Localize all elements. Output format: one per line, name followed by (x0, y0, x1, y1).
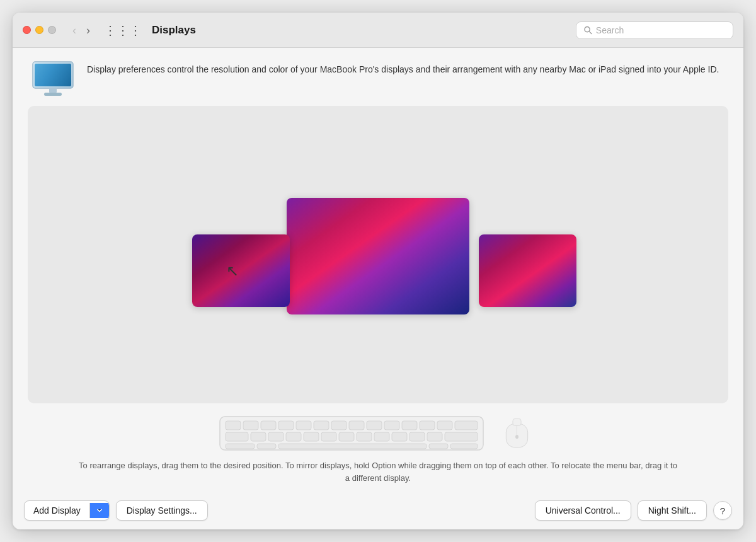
main-screen (287, 198, 469, 314)
svg-rect-21 (226, 432, 248, 441)
night-shift-button[interactable]: Night Shift... (638, 500, 707, 521)
add-display-group: Add Display (24, 500, 110, 521)
svg-rect-11 (296, 421, 311, 430)
svg-rect-17 (402, 421, 417, 430)
svg-line-1 (589, 31, 592, 33)
svg-rect-31 (410, 432, 425, 441)
displays-container: iPad Pro ↖ (170, 166, 586, 343)
svg-rect-12 (314, 421, 329, 430)
search-box (576, 21, 733, 39)
svg-rect-22 (251, 432, 266, 441)
svg-rect-8 (243, 421, 258, 430)
svg-rect-19 (437, 421, 452, 430)
help-button[interactable]: ? (713, 501, 732, 520)
mouse-icon (496, 418, 537, 449)
svg-rect-4 (49, 88, 57, 93)
svg-rect-15 (367, 421, 382, 430)
ipad-display[interactable]: iPad Pro ↖ (192, 234, 290, 307)
universal-control-button[interactable]: Universal Control... (535, 500, 631, 521)
display-icon (30, 61, 76, 97)
svg-rect-28 (357, 432, 372, 441)
svg-rect-16 (384, 421, 399, 430)
minimize-button[interactable] (35, 26, 43, 34)
svg-rect-32 (427, 432, 442, 441)
svg-rect-41 (512, 418, 520, 425)
content-area: Display preferences control the resoluti… (13, 48, 743, 494)
svg-rect-37 (429, 444, 448, 449)
ipad-screen (192, 234, 290, 307)
search-icon (584, 26, 592, 35)
display-settings-button[interactable]: Display Settings... (116, 500, 208, 521)
svg-rect-23 (268, 432, 284, 441)
nav-arrows: ‹ › (69, 23, 94, 37)
description-row: Display preferences control the resoluti… (28, 61, 728, 97)
keyboard-icon (219, 416, 484, 451)
window-title: Displays (152, 24, 568, 37)
bottom-toolbar: Add Display Display Settings... Universa… (13, 494, 743, 529)
svg-rect-18 (420, 421, 435, 430)
svg-rect-13 (331, 421, 346, 430)
svg-rect-30 (392, 432, 407, 441)
svg-rect-35 (257, 444, 276, 449)
svg-rect-5 (44, 93, 62, 96)
svg-rect-3 (35, 64, 71, 86)
chevron-down-icon (96, 507, 103, 514)
add-display-button[interactable]: Add Display (25, 501, 89, 520)
peripherals-area (28, 412, 728, 451)
svg-rect-33 (445, 432, 478, 441)
svg-rect-34 (226, 444, 255, 449)
svg-rect-7 (226, 421, 241, 430)
search-input[interactable] (596, 25, 725, 35)
svg-rect-20 (455, 421, 478, 430)
back-button[interactable]: ‹ (69, 23, 80, 37)
svg-rect-36 (278, 444, 427, 449)
description-text: Display preferences control the resoluti… (87, 61, 719, 77)
svg-rect-27 (339, 432, 354, 441)
main-display[interactable] (287, 198, 469, 314)
close-button[interactable] (23, 26, 31, 34)
svg-rect-24 (286, 432, 301, 441)
right-display[interactable] (479, 234, 576, 307)
titlebar: ‹ › ⋮⋮⋮ Displays (13, 13, 743, 48)
main-window: ‹ › ⋮⋮⋮ Displays (13, 13, 743, 529)
traffic-lights (23, 26, 56, 34)
instruction-text: To rearrange displays, drag them to the … (28, 459, 728, 484)
svg-rect-25 (304, 432, 319, 441)
svg-rect-10 (278, 421, 294, 430)
maximize-button[interactable] (48, 26, 56, 34)
add-display-chevron-button[interactable] (89, 503, 109, 518)
svg-rect-14 (349, 421, 364, 430)
svg-rect-38 (450, 444, 478, 449)
grid-icon[interactable]: ⋮⋮⋮ (104, 23, 142, 38)
arrangement-area[interactable]: iPad Pro ↖ (28, 106, 728, 403)
forward-button[interactable]: › (83, 23, 94, 37)
svg-rect-9 (261, 421, 276, 430)
svg-rect-26 (321, 432, 336, 441)
right-screen (479, 234, 576, 307)
svg-point-42 (515, 434, 518, 438)
svg-rect-29 (374, 432, 389, 441)
